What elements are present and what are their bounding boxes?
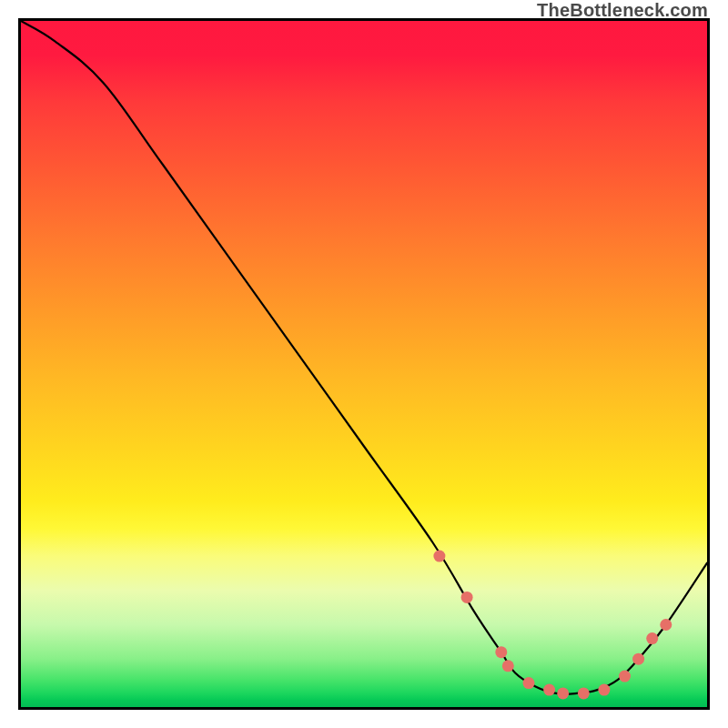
plot-area xyxy=(18,18,710,710)
chart-container: TheBottleneck.com xyxy=(0,0,728,728)
data-point xyxy=(495,646,507,658)
data-point xyxy=(502,660,514,672)
data-point xyxy=(578,687,590,699)
bottleneck-curve xyxy=(21,21,707,694)
data-point xyxy=(543,684,555,696)
data-point xyxy=(632,653,644,665)
data-point xyxy=(646,632,658,644)
data-point xyxy=(557,687,569,699)
data-point xyxy=(461,592,473,603)
data-points-group xyxy=(433,551,672,700)
data-point xyxy=(598,684,610,696)
data-point xyxy=(433,551,445,562)
data-point xyxy=(523,677,535,689)
chart-svg xyxy=(21,21,707,707)
data-point xyxy=(660,619,672,631)
data-point xyxy=(619,671,631,682)
